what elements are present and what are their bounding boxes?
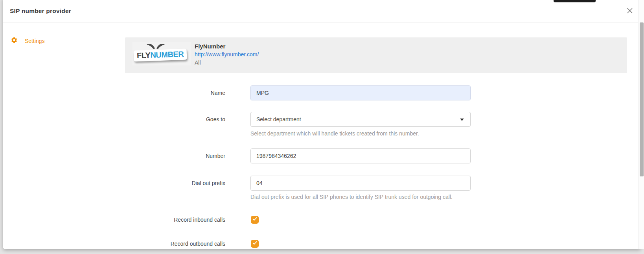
- record-inbound-checkbox[interactable]: [251, 216, 259, 224]
- close-icon: [627, 8, 633, 15]
- name-input[interactable]: [250, 85, 471, 100]
- dialog-title: SIP number provider: [10, 7, 71, 15]
- record-inbound-label: Record inbound calls: [118, 217, 225, 223]
- department-select-value: Select department: [256, 116, 301, 122]
- number-label: Number: [118, 153, 225, 159]
- sidebar-item-settings[interactable]: Settings: [3, 22, 111, 45]
- check-icon: [252, 216, 258, 223]
- scrollbar-thumb[interactable]: [640, 22, 644, 176]
- dial-out-prefix-label: Dial out prefix: [118, 180, 225, 186]
- record-outbound-label: Record outbound calls: [118, 241, 225, 247]
- gear-icon: [11, 37, 18, 45]
- goes-to-help: Select department which will handle tick…: [250, 130, 419, 137]
- dialog-sidebar: Settings: [3, 22, 111, 249]
- provider-card: FLYNUMBER FlyNumber http://www.flynumber…: [125, 37, 627, 73]
- provider-url-link[interactable]: http://www.flynumber.com/: [195, 50, 259, 59]
- record-outbound-checkbox[interactable]: [251, 240, 259, 248]
- settings-panel: FLYNUMBER FlyNumber http://www.flynumber…: [111, 22, 638, 249]
- flynumber-logo: FLYNUMBER: [132, 42, 191, 65]
- tooltip-remnant: [554, 0, 596, 2]
- dial-out-prefix-input[interactable]: [250, 176, 471, 191]
- department-select[interactable]: Select department: [250, 112, 471, 127]
- provider-name: FlyNumber: [195, 42, 259, 50]
- sidebar-item-label: Settings: [25, 38, 45, 44]
- close-button[interactable]: [626, 7, 634, 15]
- name-label: Name: [118, 90, 225, 96]
- dial-out-prefix-help: Dial out prefix is used for all SIP phon…: [250, 194, 453, 200]
- provider-scope: All: [195, 59, 259, 67]
- dialog-header: SIP number provider: [3, 0, 641, 22]
- flynumber-wordmark: FLYNUMBER: [134, 49, 187, 62]
- provider-meta: FlyNumber http://www.flynumber.com/ All: [195, 42, 259, 67]
- sip-provider-dialog: SIP number provider Settings: [3, 0, 641, 249]
- check-icon: [252, 240, 258, 247]
- goes-to-label: Goes to: [118, 116, 225, 122]
- number-input[interactable]: [250, 148, 471, 163]
- chevron-down-icon: [460, 119, 464, 121]
